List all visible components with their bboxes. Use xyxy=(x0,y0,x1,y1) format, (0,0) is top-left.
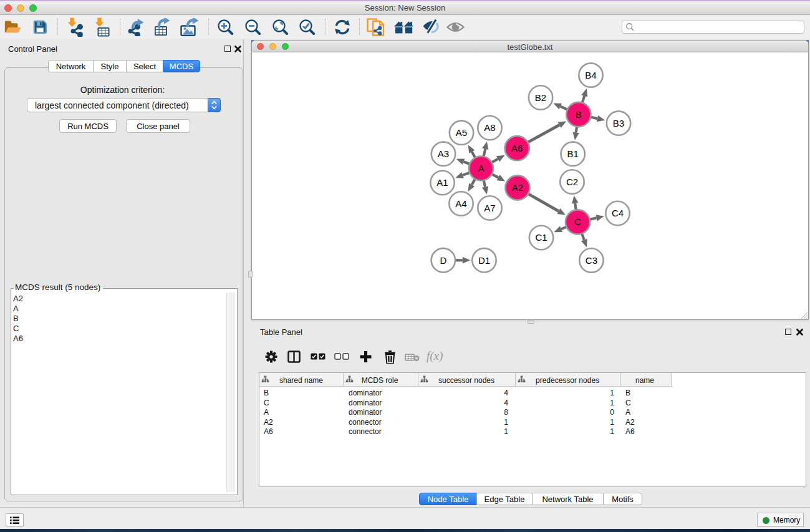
svg-text:A3: A3 xyxy=(438,148,449,159)
svg-text:B1: B1 xyxy=(567,148,579,159)
svg-text:C3: C3 xyxy=(586,255,597,266)
svg-text:C: C xyxy=(574,216,581,227)
svg-text:A6: A6 xyxy=(511,143,523,153)
svg-text:A1: A1 xyxy=(436,177,448,188)
svg-text:A8: A8 xyxy=(484,122,495,133)
svg-text:D: D xyxy=(440,255,446,266)
svg-text:A: A xyxy=(478,163,484,173)
svg-text:A5: A5 xyxy=(456,127,467,138)
svg-text:C2: C2 xyxy=(566,177,578,187)
svg-text:A2: A2 xyxy=(512,182,523,193)
svg-text:C4: C4 xyxy=(612,208,624,218)
svg-text:B4: B4 xyxy=(585,70,596,80)
svg-text:B2: B2 xyxy=(535,92,546,103)
svg-text:B: B xyxy=(576,109,582,120)
svg-text:A4: A4 xyxy=(455,198,466,209)
svg-text:D1: D1 xyxy=(478,255,490,266)
svg-text:C1: C1 xyxy=(535,232,547,243)
svg-text:A7: A7 xyxy=(484,203,495,213)
svg-text:B3: B3 xyxy=(613,118,624,128)
